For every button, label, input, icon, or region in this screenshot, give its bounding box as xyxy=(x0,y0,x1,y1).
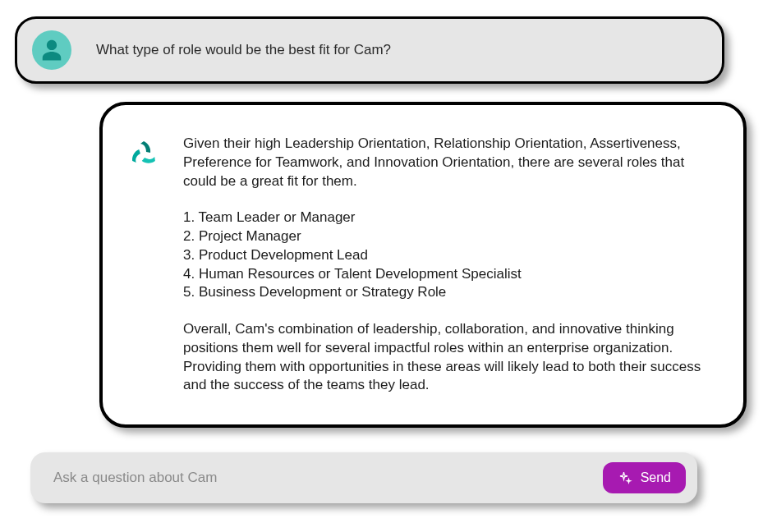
list-item: 5. Business Development or Strategy Role xyxy=(183,283,714,302)
user-avatar xyxy=(32,30,71,70)
person-icon xyxy=(39,37,64,63)
ai-message-content: Given their high Leadership Orientation,… xyxy=(183,135,714,395)
send-button-label: Send xyxy=(641,470,671,485)
ai-logo-icon xyxy=(124,136,163,176)
user-message-bubble: What type of role would be the best fit … xyxy=(15,16,724,84)
ai-message-bubble: Given their high Leadership Orientation,… xyxy=(99,102,747,428)
ai-role-list: 1. Team Leader or Manager 2. Project Man… xyxy=(183,209,714,302)
sparkle-icon xyxy=(618,470,632,485)
send-button[interactable]: Send xyxy=(603,462,686,493)
chat-input-bar: Send xyxy=(30,452,697,503)
ai-outro-text: Overall, Cam's combination of leadership… xyxy=(183,320,714,395)
user-message-text: What type of role would be the best fit … xyxy=(96,42,391,58)
list-item: 1. Team Leader or Manager xyxy=(183,209,714,227)
ai-intro-text: Given their high Leadership Orientation,… xyxy=(183,135,714,190)
list-item: 2. Project Manager xyxy=(183,227,714,246)
list-item: 4. Human Resources or Talent Development… xyxy=(183,265,714,284)
chat-input[interactable] xyxy=(53,470,603,486)
list-item: 3. Product Development Lead xyxy=(183,246,714,265)
